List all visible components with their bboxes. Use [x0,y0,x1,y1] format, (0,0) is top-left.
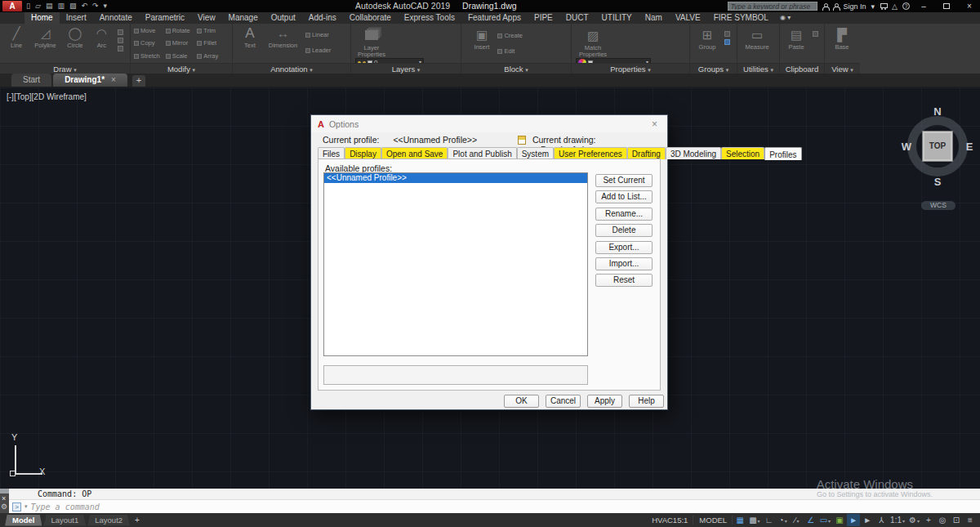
ribbon-tab-addins[interactable]: Add-ins [302,12,343,24]
dimension-button[interactable]: ↔ Dimension [264,26,301,49]
panel-title-annotation[interactable]: Annotation ▾ [233,63,350,74]
panel-title-view[interactable]: View ▾ [825,63,860,74]
panel-title-groups[interactable]: Groups ▾ [690,63,737,74]
layout2-tab[interactable]: Layout2 [87,515,130,526]
tab-3d-modeling[interactable]: 3D Modeling [666,147,721,159]
ortho-mode-icon[interactable]: ∟ [763,514,776,526]
isometric-drafting-icon[interactable]: ∕▾ [791,514,804,526]
layer-properties-button[interactable]: Layer Properties [355,29,388,58]
crosshair-icon[interactable]: + [922,514,935,526]
object-snap-tracking-icon[interactable]: ∠ [804,514,817,526]
command-drag-handle[interactable] [0,489,9,494]
object-snap-icon[interactable]: ▭▾ [818,514,832,526]
restore-button[interactable] [938,2,956,11]
array-button[interactable]: Array [197,51,229,62]
base-view-button[interactable]: ▛ Base [831,28,853,51]
cancel-button[interactable]: Cancel [546,395,581,408]
profile-list-item-selected[interactable]: <<Unnamed Profile>> [324,173,587,183]
file-tab-close-icon[interactable]: × [111,74,116,87]
measure-button[interactable]: ▭ Measure [742,28,772,51]
ribbon-tab-duct[interactable]: DUCT [559,12,595,24]
linear-button[interactable]: Linear [305,31,329,38]
fillet-button[interactable]: Fillet [197,38,229,49]
sign-in-button[interactable]: Sign In [844,2,866,11]
tab-profiles[interactable]: Profiles [764,147,801,160]
panel-title-modify[interactable]: Modify ▾ [131,63,232,74]
ribbon-tab-collaborate[interactable]: Collaborate [343,12,398,24]
tab-plot-and-publish[interactable]: Plot and Publish [448,147,516,159]
reset-button[interactable]: Reset [595,274,653,287]
leader-button[interactable]: Leader [305,47,331,54]
polyline-button[interactable]: ◿ Polyline [31,26,59,49]
copy-clip-button[interactable] [811,29,820,39]
paste-button[interactable]: ▤ Paste [785,28,808,51]
search-input[interactable] [728,2,817,11]
new-file-icon[interactable]: ▯ [25,1,31,11]
qat-dropdown-icon[interactable]: ▾ [103,1,109,11]
ribbon-tab-utility[interactable]: UTILITY [595,12,639,24]
file-tab-drawing1[interactable]: Drawing1* × [53,74,127,87]
redo-icon[interactable]: ↷ [91,1,100,11]
ribbon-tab-featured-apps[interactable]: Featured Apps [461,12,528,24]
insert-block-button[interactable]: ▣ Insert [470,28,494,51]
customization-gear-icon[interactable]: ⚙▾ [907,514,921,526]
open-file-icon[interactable]: ▱ [34,1,42,11]
annotation-scale-button[interactable]: 1:1▾ [889,514,906,526]
viewcube-east[interactable]: E [966,141,973,153]
line-button[interactable]: ╱ Line [5,26,28,49]
panel-title-utilities[interactable]: Utilities ▾ [737,63,779,74]
share-icon[interactable]: △ [892,2,898,11]
status-menu-icon[interactable]: ≡ [964,514,977,526]
text-button[interactable]: A Text [239,26,261,49]
rotate-button[interactable]: Rotate [166,25,198,37]
save-as-icon[interactable]: ▥ [56,1,65,11]
ribbon-tab-express-tools[interactable]: Express Tools [398,12,461,24]
minimize-button[interactable]: – [915,2,933,11]
ribbon-tab-insert[interactable]: Insert [60,12,93,24]
group-extra-tools[interactable] [723,29,732,47]
viewcube-south[interactable]: S [934,176,942,188]
match-properties-button[interactable]: ▨ Match Properties [576,29,610,58]
command-input-row[interactable]: > ▾ Type a command [9,500,980,513]
tab-selection[interactable]: Selection [721,147,764,159]
import-button[interactable]: Import... [595,257,653,270]
panel-title-layers[interactable]: Layers ▾ [351,63,461,74]
ribbon-tab-output[interactable]: Output [265,12,302,24]
add-to-list-button[interactable]: Add to List... [595,190,653,203]
tab-drafting[interactable]: Drafting [627,147,666,159]
wcs-menu[interactable]: WCS [921,201,956,210]
model-tab[interactable]: Model [5,515,42,526]
selection-effects-icon[interactable]: ▣ [833,514,846,526]
copy-button[interactable]: Copy [134,38,166,49]
app-logo-icon[interactable]: A [2,1,22,11]
help-button[interactable]: Help [629,395,664,408]
drawing-scale-button[interactable]: HVAC15:1 [647,516,693,525]
rename-button[interactable]: Rename... [595,208,653,221]
draw-extra-tools[interactable] [116,27,125,54]
circle-button[interactable]: ◯ Circle [63,26,87,49]
tab-system[interactable]: System [517,147,554,159]
options-close-button[interactable]: × [648,118,661,130]
file-tab-start[interactable]: Start [11,74,51,87]
clean-screen-icon[interactable]: ⊡ [950,514,963,526]
mirror-button[interactable]: Mirror [166,38,198,49]
command-palette-grip[interactable]: × ⚙ [0,489,9,513]
ribbon-tab-valve[interactable]: VALVE [669,12,707,24]
ribbon-tab-parametric[interactable]: Parametric [139,12,191,24]
viewcube-west[interactable]: W [902,141,911,153]
command-recent-caret-icon[interactable]: ▾ [24,503,28,510]
grid-display-icon[interactable]: ▦ [733,514,746,526]
viewport-controls[interactable]: [-][Top][2D Wireframe] [7,92,87,101]
trim-button[interactable]: Trim [197,25,229,37]
ribbon-tab-home[interactable]: Home [24,12,60,24]
move-button[interactable]: Move [134,25,166,37]
create-block-button[interactable]: Create [497,32,523,39]
layout1-tab[interactable]: Layout1 [43,515,86,526]
panel-title-properties[interactable]: Properties ▾ [572,63,689,74]
viewcube[interactable]: N W E S TOP WCS [900,106,975,196]
export-button[interactable]: Export... [595,241,653,254]
group-button[interactable]: ⊞ Group [695,28,719,51]
set-current-button[interactable]: Set Current [595,174,653,187]
plot-icon[interactable]: ▧ [69,1,78,11]
close-button[interactable]: × [960,2,978,11]
